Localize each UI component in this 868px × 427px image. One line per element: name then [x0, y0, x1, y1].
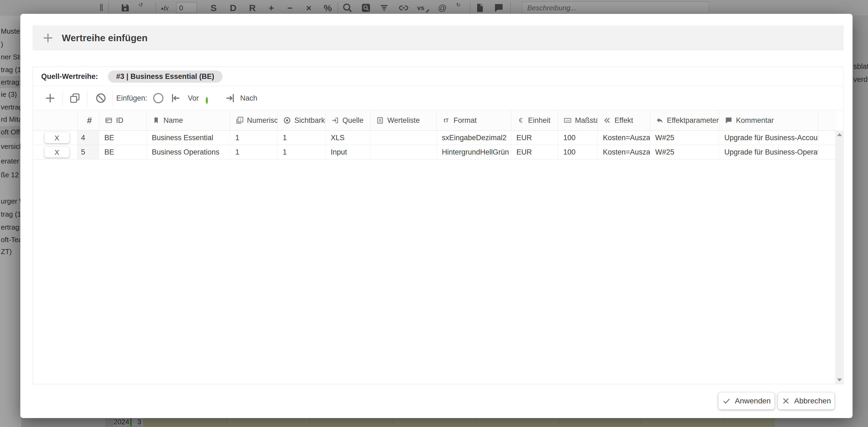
radio-before[interactable]: [153, 93, 163, 103]
apply-button-label: Anwenden: [735, 397, 771, 405]
column-valuelist[interactable]: Werteliste: [371, 110, 437, 130]
column-label: Kommentar: [736, 116, 774, 125]
column-label: Effekt: [615, 116, 633, 125]
column-format[interactable]: Format: [437, 110, 511, 130]
column-label: Sichtbarke: [294, 116, 326, 125]
source-series-label: Quell-Wertreihe:: [41, 72, 98, 81]
scroll-down-icon[interactable]: [837, 378, 842, 382]
cell-source: Input: [326, 145, 371, 159]
column-label: Numerisch: [247, 116, 278, 125]
id-card-icon: [105, 116, 113, 124]
cell-index: 5: [78, 145, 99, 159]
column-label: Quelle: [342, 116, 364, 125]
column-label: ID: [116, 116, 123, 125]
cell-valuelist: [371, 131, 437, 145]
cancel-button-label: Abbrechen: [794, 397, 831, 405]
effect-param-icon: [655, 116, 663, 124]
numeric-icon: [236, 116, 244, 124]
cell-comment: Upgrade für Business-Operations: [719, 145, 818, 159]
radio-before-label[interactable]: Vor: [188, 94, 199, 102]
column-label: Effektparameter: [667, 116, 719, 125]
scale-icon: [564, 116, 572, 124]
wertreihe-einfuegen-dialog: Wertreihe einfügen Quell-Wertreihe: #3 |…: [20, 14, 852, 418]
column-action: [33, 110, 78, 130]
column-index[interactable]: #: [78, 110, 99, 130]
cell-source: XLS: [326, 131, 371, 145]
column-comment[interactable]: Kommentar: [719, 110, 818, 130]
column-source[interactable]: Quelle: [326, 110, 371, 130]
comment-icon: [724, 116, 733, 124]
check-icon: [722, 397, 731, 405]
radio-after-label[interactable]: Nach: [240, 94, 257, 102]
radio-after[interactable]: [206, 97, 208, 104]
column-effect-param[interactable]: Effektparameter: [650, 110, 719, 130]
cell-numeric: 1: [230, 131, 278, 145]
effect-icon: [603, 116, 611, 124]
cell-id: BE: [99, 145, 147, 159]
arrow-bar-right-icon: [224, 92, 236, 104]
cell-format: HintergrundHellGrün: [437, 145, 511, 159]
cell-effect-param: W#25: [650, 145, 719, 159]
column-id[interactable]: ID: [99, 110, 147, 130]
table-scrollbar[interactable]: [835, 131, 843, 384]
cell-effect: Kosten=Ausza…: [598, 145, 650, 159]
source-series-row: Quell-Wertreihe: #3 | Business Essential…: [33, 67, 843, 86]
column-scale[interactable]: Maßsta: [558, 110, 598, 130]
column-label: Maßsta: [575, 116, 598, 125]
cell-name: Business Operations: [147, 145, 230, 159]
bookmark-icon: [152, 116, 160, 124]
cell-format: sxEingabeDezimal2: [437, 131, 511, 145]
cancel-button[interactable]: Abbrechen: [778, 393, 834, 409]
screen: ‖ ↺ 0 S D R + − × % vs @ ↻ Beschreibung.…: [0, 0, 868, 427]
column-label: Werteliste: [388, 116, 420, 125]
column-unit[interactable]: Einheit: [511, 110, 558, 130]
insert-label: Einfügen:: [116, 94, 147, 102]
source-icon: [331, 116, 339, 124]
cell-action: X: [33, 131, 78, 145]
apply-button[interactable]: Anwenden: [718, 393, 774, 409]
column-visibility[interactable]: Sichtbarke: [278, 110, 326, 130]
table-row[interactable]: X 4 BE Business Essential 1 1 XLS sxEing…: [33, 131, 836, 145]
cell-id: BE: [99, 131, 147, 145]
list-icon: [376, 116, 384, 124]
scroll-up-icon[interactable]: [837, 133, 842, 136]
cell-trailing: [818, 131, 836, 145]
dialog-header: Wertreihe einfügen: [33, 26, 844, 51]
cell-numeric: 1: [230, 145, 278, 159]
dialog-title: Wertreihe einfügen: [62, 33, 148, 43]
cross-icon: [781, 397, 790, 405]
cell-scale: 100: [558, 145, 598, 159]
plus-icon: [42, 32, 54, 44]
cell-index: 4: [78, 131, 99, 145]
cell-effect: Kosten=Ausza…: [598, 131, 650, 145]
column-effect[interactable]: Effekt: [598, 110, 650, 130]
cell-visibility: 1: [278, 131, 326, 145]
cell-unit: EUR: [511, 145, 558, 159]
remove-row-button[interactable]: X: [44, 147, 69, 157]
column-numeric[interactable]: Numerisch: [230, 110, 278, 130]
table-row[interactable]: X 5 BE Business Operations 1 1 Input Hin…: [33, 145, 836, 159]
column-label: Einheit: [528, 116, 551, 125]
cell-valuelist: [371, 145, 437, 159]
visibility-icon: [283, 116, 291, 124]
cell-visibility: 1: [278, 145, 326, 159]
cell-trailing: [818, 145, 836, 159]
block-button[interactable]: [95, 92, 107, 104]
column-label: Format: [454, 116, 477, 125]
remove-row-button[interactable]: X: [44, 132, 69, 143]
euro-icon: [517, 116, 525, 124]
cell-action: X: [33, 145, 78, 159]
toolbar-divider: [113, 90, 113, 106]
cell-effect-param: W#25: [650, 131, 719, 145]
table-header: # ID Name Numerisch Sichtbarke Quelle We…: [33, 110, 836, 131]
column-name[interactable]: Name: [147, 110, 230, 130]
format-icon: [442, 116, 450, 124]
source-series-chip[interactable]: #3 | Business Essential (BE): [108, 70, 223, 83]
cell-name: Business Essential: [147, 131, 230, 145]
insert-toolbar-row: Einfügen: Vor Nach: [33, 86, 843, 110]
column-label: Name: [163, 116, 183, 125]
column-trailing: [818, 110, 836, 130]
column-label: #: [87, 116, 92, 125]
duplicate-button[interactable]: [69, 92, 81, 104]
add-row-button[interactable]: [44, 92, 56, 104]
